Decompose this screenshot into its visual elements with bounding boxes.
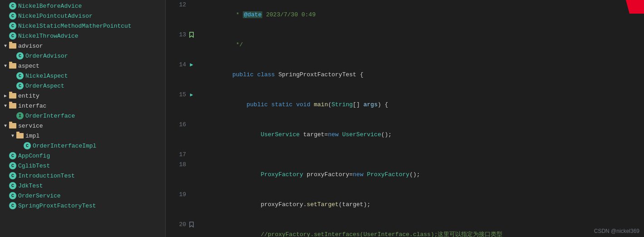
tree-item-NickelAspect[interactable]: C NickelAspect	[0, 71, 165, 81]
tree-item-OrderInterface[interactable]: I OrderInterface	[0, 111, 165, 121]
tree-item-NickelBeforeAdvice[interactable]: C NickelBeforeAdvice	[0, 1, 165, 11]
tree-item-NickelStaticMethodMatherPointcut[interactable]: C NickelStaticMethodMatherPointcut	[0, 21, 165, 31]
gutter	[186, 0, 197, 30]
code-table: 12 * @date 2023/7/30 0:49 13 */	[166, 0, 644, 237]
expand-arrow: ▼	[2, 64, 9, 69]
tree-item-aspect[interactable]: ▼ aspect	[0, 61, 165, 71]
folder-icon	[16, 133, 24, 138]
class-icon: C	[24, 142, 31, 149]
keyword-token: new	[328, 131, 339, 138]
expand-arrow: ▼	[2, 123, 9, 128]
type-token: String	[332, 101, 353, 108]
run-icon[interactable]: ▶	[186, 60, 197, 70]
keyword-token: static	[271, 101, 293, 108]
tree-item-OrderInterfaceImpl[interactable]: C OrderInterfaceImpl	[0, 141, 165, 151]
type-token: ProxyFactory	[367, 171, 410, 178]
text-token	[364, 171, 367, 178]
item-label: NickelPointcutAdvisor	[18, 13, 93, 20]
class-icon: C	[16, 52, 24, 59]
watermark-text: CSDN @nickel369	[594, 228, 639, 234]
class-icon: C	[16, 72, 24, 79]
type-token: UserService	[261, 131, 300, 138]
gutter	[186, 160, 197, 190]
code-line-18: 18 ProxyFactory proxyFactory=new ProxyFa…	[166, 160, 644, 190]
code-line-16: 16 UserService target=new UserService();	[166, 120, 644, 150]
function-token: setTarget	[307, 201, 339, 208]
text-token	[339, 131, 342, 138]
line-number: 16	[166, 120, 186, 150]
code-content	[197, 150, 644, 160]
folder-icon	[9, 93, 16, 99]
item-label: OrderInterface	[25, 113, 75, 119]
code-line-12: 12 * @date 2023/7/30 0:49	[166, 0, 644, 30]
tree-item-service[interactable]: ▼ service	[0, 121, 165, 131]
item-label: entity	[18, 93, 39, 99]
text-token: []	[353, 101, 363, 108]
gutter	[186, 190, 197, 220]
item-label: NickelBeforeAdvice	[18, 3, 82, 10]
tree-item-SpringProxtFactoryTest[interactable]: C SpringProxtFactoryTest	[0, 201, 165, 211]
run-bookmark-icon[interactable]: ▶	[186, 90, 197, 100]
folder-icon	[9, 123, 16, 128]
tree-item-OrderAspect[interactable]: C OrderAspect	[0, 81, 165, 91]
folder-icon	[9, 103, 16, 109]
item-label: NickelAspect	[25, 73, 68, 79]
tree-item-NickelPointcutAdvisor[interactable]: C NickelPointcutAdvisor	[0, 11, 165, 21]
item-label: NickelStaticMethodMatherPointcut	[18, 23, 132, 30]
tree-item-impl[interactable]: ▼ impl	[0, 131, 165, 141]
code-content: */	[197, 30, 644, 60]
class-icon: C	[9, 202, 16, 209]
tree-item-entity[interactable]: ▶ entity	[0, 91, 165, 101]
text-token	[254, 71, 257, 78]
code-content: //proxyFactory.setInterfaces(UserInterfa…	[197, 220, 644, 237]
code-editor[interactable]: 12 * @date 2023/7/30 0:49 13 */	[166, 0, 644, 237]
expand-arrow: ▼	[2, 44, 9, 49]
tree-item-AppConfig[interactable]: C AppConfig	[0, 151, 165, 161]
item-label: impl	[25, 133, 39, 139]
line-number: 18	[166, 160, 186, 190]
code-line-20: 20 //proxyFactory.setInterfaces(UserInte…	[166, 220, 644, 237]
item-label: advisor	[18, 43, 43, 49]
tree-item-OrderService[interactable]: C OrderService	[0, 191, 165, 201]
text-token: ();	[409, 171, 420, 178]
code-content: proxyFactory.setTarget(target);	[197, 190, 644, 220]
item-label: aspect	[18, 63, 39, 69]
function-token: main	[314, 101, 328, 108]
item-label: OrderAdvisor	[25, 53, 68, 59]
item-label: JdkTest	[18, 183, 43, 189]
class-icon: C	[9, 182, 16, 189]
tree-item-OrderAdvisor[interactable]: C OrderAdvisor	[0, 51, 165, 61]
text-token	[232, 131, 261, 138]
class-icon: C	[16, 82, 24, 89]
tree-item-IntroductionTest[interactable]: C IntroductionTest	[0, 171, 165, 181]
file-tree[interactable]: C NickelBeforeAdvice C NickelPointcutAdv…	[0, 0, 166, 237]
annotation-token: @date	[243, 11, 262, 18]
text-token: (target);	[339, 201, 370, 208]
expand-arrow: ▼	[9, 133, 16, 138]
tree-item-CglibTest[interactable]: C CglibTest	[0, 161, 165, 171]
text-token	[268, 101, 271, 108]
text-token: proxyFactory.	[232, 201, 307, 208]
comment-token: *	[232, 11, 243, 18]
bookmark-icon	[186, 30, 197, 40]
tree-item-interfac[interactable]: ▼ interfac	[0, 101, 165, 111]
class-icon: C	[9, 152, 16, 159]
expand-arrow: ▶	[2, 93, 9, 99]
tree-item-JdkTest[interactable]: C JdkTest	[0, 181, 165, 191]
bookmark-icon	[186, 220, 197, 230]
item-label: AppConfig	[18, 153, 50, 159]
keyword-token: class	[257, 71, 275, 78]
gutter	[186, 220, 197, 237]
text-token: ();	[381, 131, 392, 138]
comment-token: 2023/7/30 0:49	[262, 11, 315, 18]
class-icon: C	[9, 22, 16, 30]
code-line-15: 15 ▶ public static void main(String[] ar…	[166, 90, 644, 120]
text-token	[232, 171, 261, 178]
line-number: 19	[166, 190, 186, 220]
keyword-token: public	[246, 101, 268, 108]
line-number: 15	[166, 90, 186, 120]
keyword-token: public	[232, 71, 254, 78]
text-token	[232, 101, 246, 108]
tree-item-advisor[interactable]: ▼ advisor	[0, 41, 165, 51]
tree-item-NickelThrowAdvice[interactable]: C NickelThrowAdvice	[0, 31, 165, 41]
